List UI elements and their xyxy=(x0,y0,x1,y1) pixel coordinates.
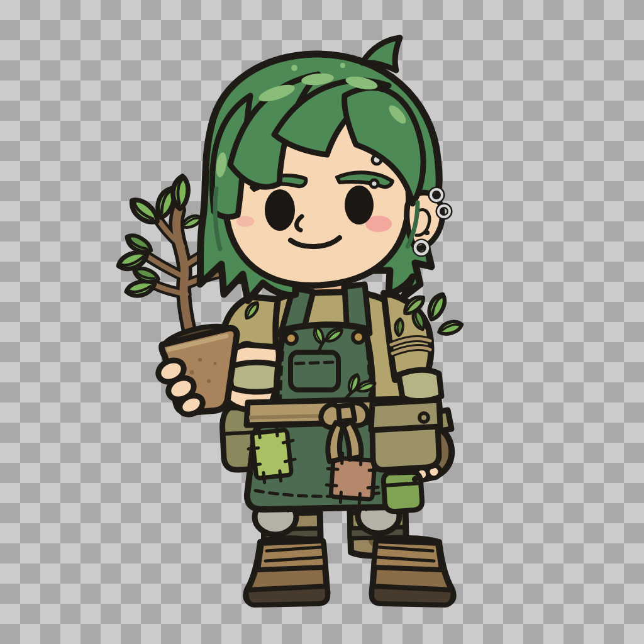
pouch-small-green xyxy=(384,472,422,511)
knot-tail xyxy=(328,423,343,462)
leaf xyxy=(438,320,463,335)
eye-left xyxy=(265,189,295,231)
boot-sole xyxy=(247,586,328,605)
eyebrow-piercing-stud xyxy=(370,180,378,187)
character-illustration: Cartoon chibi gardener character with gr… xyxy=(0,0,644,644)
leaf xyxy=(423,292,450,321)
boot-left xyxy=(246,538,328,605)
chest-pocket xyxy=(291,352,338,390)
leaf xyxy=(128,194,160,229)
transparent-checkerboard-background: Cartoon chibi gardener character with gr… xyxy=(0,0,644,644)
boot-sole xyxy=(372,586,453,605)
pouch-right xyxy=(371,400,440,470)
pouch-button xyxy=(412,476,418,482)
eye-right xyxy=(345,186,374,225)
strap-button xyxy=(286,333,297,344)
strap-button xyxy=(353,331,364,343)
pouch-flap xyxy=(371,400,440,430)
boot-right xyxy=(372,538,453,605)
